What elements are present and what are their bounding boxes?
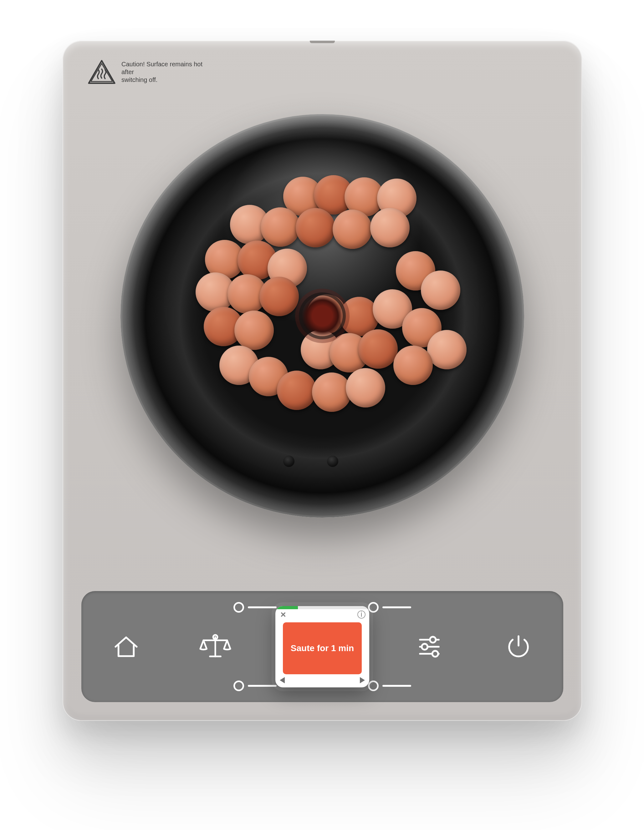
sausage-slice	[427, 330, 466, 369]
prev-step-button[interactable]	[280, 677, 285, 683]
sausage-slice	[370, 208, 409, 247]
corner-marker	[233, 602, 277, 613]
sausage-slice	[296, 208, 335, 247]
caution-text: Caution! Surface remains hot after switc…	[121, 60, 203, 84]
instruction-card: Saute for 1 min	[283, 622, 362, 674]
power-icon	[504, 633, 533, 661]
home-button[interactable]	[81, 633, 171, 661]
caution-label: Caution! Surface remains hot after switc…	[87, 59, 203, 84]
caution-triangle-icon	[87, 59, 116, 84]
control-bar: × i Saute for 1 min	[81, 591, 563, 702]
home-icon	[112, 633, 140, 661]
power-button[interactable]	[474, 633, 563, 661]
instruction-text: Saute for 1 min	[291, 643, 354, 653]
info-button[interactable]: i	[357, 610, 365, 619]
sausage-slice	[235, 310, 274, 350]
close-button[interactable]: ×	[279, 610, 287, 619]
pan-relief-dot	[327, 456, 338, 467]
cooktop-body: Caution! Surface remains hot after switc…	[63, 41, 582, 721]
progress-fill	[275, 606, 298, 609]
canvas: Caution! Surface remains hot after switc…	[0, 0, 644, 830]
sausage-slice	[393, 345, 433, 385]
scale-icon	[198, 633, 233, 661]
sausage-slice	[312, 372, 351, 412]
svg-point-11	[433, 651, 438, 657]
sausage-slice	[277, 371, 316, 410]
corner-marker	[368, 602, 411, 613]
next-step-button[interactable]	[360, 677, 365, 683]
touch-screen[interactable]: × i Saute for 1 min	[275, 606, 369, 687]
corner-marker	[233, 681, 277, 691]
pan-relief-dot	[283, 456, 295, 467]
sausage-slice	[421, 271, 460, 310]
sausage-slice	[261, 208, 300, 247]
settings-button[interactable]	[385, 633, 474, 661]
sausage-slice	[307, 294, 346, 334]
scale-button[interactable]	[171, 633, 260, 661]
sliders-icon	[415, 633, 443, 661]
frying-pan	[121, 114, 524, 518]
corner-marker	[368, 681, 411, 691]
svg-point-10	[422, 644, 428, 649]
sausage-slice	[346, 368, 385, 407]
top-notch	[310, 41, 335, 43]
sausage-slice	[333, 209, 372, 249]
sausage-slice	[358, 329, 398, 369]
sausage-slice	[259, 277, 299, 316]
svg-point-9	[430, 637, 436, 643]
